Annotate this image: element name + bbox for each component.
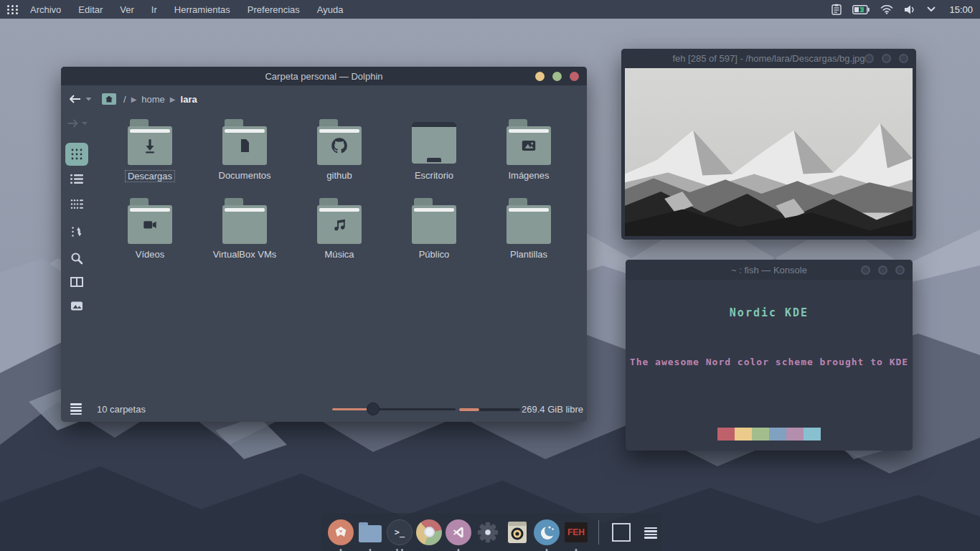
audio-player-icon[interactable]: [504, 519, 530, 545]
vscode-icon[interactable]: [446, 519, 471, 545]
menu-editar[interactable]: Editar: [78, 4, 103, 15]
chevron-down-icon[interactable]: [927, 6, 936, 12]
folder-music-icon: [317, 198, 362, 244]
breadcrumb-separator-icon: ▶: [170, 95, 176, 103]
folder-label: Imágenes: [508, 170, 549, 181]
preview-button[interactable]: [70, 301, 83, 311]
terminal-output[interactable]: Nordic KDE The awesome Nord color scheme…: [626, 280, 913, 451]
folder-count: 10 carpetas: [97, 404, 146, 415]
minimize-button[interactable]: [535, 72, 545, 81]
menu-herramientas[interactable]: Herramientas: [174, 4, 230, 15]
disk-capacity-bar: [459, 408, 520, 411]
home-breadcrumb-icon[interactable]: [102, 93, 116, 105]
settings-gear-icon[interactable]: [475, 519, 501, 545]
folder-label: Descargas: [125, 170, 175, 182]
folder-musica[interactable]: Música: [292, 195, 387, 274]
folder-videos[interactable]: Vídeos: [103, 195, 197, 274]
dolphin-statusbar: 10 carpetas 269.4 GiB libre: [61, 397, 587, 422]
minimize-button[interactable]: [861, 265, 870, 275]
search-icon[interactable]: [70, 252, 83, 265]
folder-plain-icon: [222, 198, 267, 244]
battery-icon[interactable]: [852, 5, 870, 14]
split-view-button[interactable]: [70, 277, 83, 287]
folder-publico[interactable]: Público: [387, 195, 481, 274]
close-button[interactable]: [570, 72, 579, 81]
file-manager-icon[interactable]: [357, 519, 383, 545]
clipboard-icon[interactable]: [831, 4, 842, 15]
menu-ver[interactable]: Ver: [120, 4, 134, 15]
dock-separator: [598, 520, 599, 545]
maximize-button[interactable]: [552, 72, 562, 81]
folder-github-icon: [317, 119, 362, 165]
list-view-button[interactable]: [70, 174, 83, 184]
feh-title: feh [285 of 597] - /home/lara/Descargas/…: [672, 53, 864, 64]
terminal-icon[interactable]: >_: [387, 519, 413, 545]
forward-icon[interactable]: [65, 118, 88, 128]
folder-github[interactable]: github: [292, 116, 387, 195]
show-desktop-button[interactable]: [608, 519, 634, 545]
back-icon[interactable]: [68, 94, 83, 104]
dolphin-toolbar: / ▶ home ▶ lara: [61, 85, 587, 113]
volume-icon[interactable]: [904, 4, 916, 15]
close-button[interactable]: [895, 265, 905, 275]
folder-label: Plantillas: [510, 249, 547, 260]
control-menu-icon[interactable]: [70, 403, 82, 416]
folder-plantillas[interactable]: Plantillas: [481, 195, 576, 274]
breadcrumb-lara[interactable]: lara: [181, 94, 197, 105]
folder-label: VirtualBox VMs: [213, 249, 277, 260]
chat-app-icon[interactable]: [534, 519, 560, 545]
breadcrumb-root[interactable]: /: [123, 94, 126, 105]
maximize-button[interactable]: [882, 54, 891, 63]
details-view-button[interactable]: [70, 199, 83, 209]
minimize-button[interactable]: [864, 54, 874, 63]
folder-imagenes[interactable]: Imágenes: [481, 116, 576, 195]
sort-button[interactable]: [71, 226, 83, 237]
firefox-icon[interactable]: [328, 519, 354, 545]
icons-view-button[interactable]: [65, 143, 88, 166]
folder-escritorio[interactable]: Escritorio: [387, 116, 481, 195]
back-dropdown-icon[interactable]: [85, 97, 92, 101]
feh-titlebar[interactable]: feh [285 of 597] - /home/lara/Descargas/…: [621, 49, 916, 68]
dock-menu-icon[interactable]: [638, 519, 664, 545]
menu-archivo[interactable]: Archivo: [30, 4, 61, 15]
folder-documentos[interactable]: Documentos: [197, 116, 292, 195]
dolphin-window: Carpeta personal — Dolphin / ▶ home ▶ la…: [61, 67, 587, 422]
breadcrumb-home[interactable]: home: [141, 94, 165, 105]
dolphin-titlebar[interactable]: Carpeta personal — Dolphin: [61, 67, 587, 85]
desktop-icon: [412, 119, 456, 165]
folder-virtualbox-vms[interactable]: VirtualBox VMs: [197, 195, 292, 274]
folder-label: Documentos: [219, 170, 271, 181]
wifi-icon[interactable]: [880, 4, 893, 14]
folder-label: Público: [419, 249, 450, 260]
chromium-icon[interactable]: [416, 519, 442, 545]
free-space-label: 269.4 GiB libre: [522, 404, 583, 415]
menu-ir[interactable]: Ir: [151, 4, 157, 15]
swatch-red: [717, 428, 735, 441]
folder-image-icon: [507, 119, 551, 165]
swatch-cyan: [804, 428, 821, 441]
clock: 15:00: [949, 4, 973, 15]
konsole-title: ~ : fish — Konsole: [731, 265, 807, 276]
feh-icon[interactable]: FEH: [563, 519, 589, 545]
folder-video-icon: [128, 198, 172, 244]
folder-descargas[interactable]: Descargas: [103, 116, 197, 195]
maximize-button[interactable]: [878, 265, 887, 275]
menu-ayuda[interactable]: Ayuda: [317, 4, 344, 15]
dolphin-folder-view: Descargas Documentos github: [103, 116, 576, 274]
konsole-window: ~ : fish — Konsole Nordic KDE The awesom…: [626, 260, 913, 451]
swatch-blue: [769, 428, 786, 441]
close-button[interactable]: [899, 54, 908, 63]
terminal-subtitle: The awesome Nord color scheme brought to…: [626, 357, 913, 367]
zoom-slider[interactable]: [332, 408, 456, 410]
terminal-glyph: >_: [395, 527, 405, 537]
nord-color-swatches: [717, 428, 821, 441]
feh-photo: [625, 68, 913, 236]
dock: >_: [321, 513, 661, 551]
swatch-green: [752, 428, 769, 441]
menu-preferencias[interactable]: Preferencias: [248, 4, 300, 15]
konsole-titlebar[interactable]: ~ : fish — Konsole: [626, 260, 913, 280]
feh-window: feh [285 of 597] - /home/lara/Descargas/…: [621, 49, 916, 240]
global-menubar: Archivo Editar Ver Ir Herramientas Prefe…: [0, 0, 980, 19]
app-launcher-icon[interactable]: [7, 5, 19, 14]
zoom-slider-knob[interactable]: [367, 402, 380, 415]
